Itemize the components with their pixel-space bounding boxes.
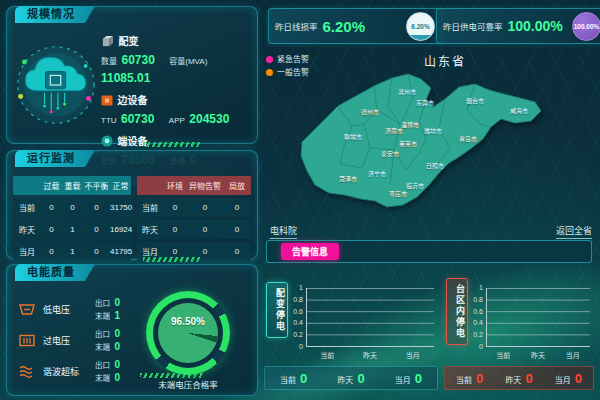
cell: 0	[163, 225, 187, 234]
stat-item: 当月0	[395, 369, 422, 387]
row-label: 昨天	[137, 224, 163, 235]
cell: 0	[83, 247, 110, 256]
col-header: 局放	[223, 180, 251, 191]
table-row: 当前 0 0 0	[137, 198, 251, 217]
y-tick: 1	[479, 284, 483, 291]
kv-label: 末端	[95, 343, 110, 352]
voltage-gauge: 96.50%	[146, 291, 230, 375]
x-tick: 当月	[406, 350, 420, 360]
y-tick: 0	[299, 343, 303, 350]
y-axis-ticks: 1 0.8 0.6 0.4 0.2 0	[284, 284, 303, 350]
y-tick: 0	[479, 343, 483, 350]
quality-item-over-voltage: 过电压 出口 0 末端 0	[19, 326, 149, 354]
chart-plot-area	[306, 288, 434, 347]
dashes-decoration	[143, 142, 201, 147]
map-city-label[interactable]: 菏泽市	[339, 174, 357, 183]
cell: 0	[83, 225, 110, 234]
gauge-value: 96.50%	[158, 316, 218, 327]
y-tick: 0.2	[293, 331, 303, 338]
map-city-label[interactable]: 济宁市	[368, 169, 386, 178]
map-city-label[interactable]: 潍坊市	[424, 126, 442, 135]
cell: 1	[62, 247, 83, 256]
col-header: 不平衡	[83, 180, 110, 191]
cell: 1	[62, 225, 83, 234]
back-to-province-button[interactable]: 返回全省	[556, 224, 592, 239]
kv-label: 末端	[95, 312, 110, 321]
y-tick: 0.4	[293, 319, 303, 326]
over-voltage-icon	[19, 334, 35, 347]
x-tick: 当前	[320, 350, 334, 360]
x-tick: 当前	[496, 350, 510, 360]
x-tick: 当月	[566, 350, 580, 360]
quality-items: 低电压 出口 0 末端 1 过电压 出口 0 末端 0	[19, 295, 149, 385]
cell: 0	[223, 203, 251, 212]
liquid-gauge-badge: 6.20%	[406, 12, 435, 41]
map-city-label[interactable]: 泰安市	[381, 149, 399, 158]
row-label: 当月	[13, 246, 41, 257]
map-city-label[interactable]: 青岛市	[459, 134, 477, 143]
shandong-map[interactable]: 滨州市 东营市 烟台市 威海市 德州市 济南市 淄博市 潍坊市 青岛市 聊城市 …	[282, 64, 572, 219]
quality-item-name: 谐波超标	[43, 365, 95, 378]
scale-k2: APP	[169, 116, 185, 125]
kpi-value: 100.00%	[508, 18, 572, 34]
map-city-label[interactable]: 临沂市	[406, 181, 424, 190]
kpi-label: 昨日线损率	[275, 20, 318, 32]
map-city-label[interactable]: 德州市	[361, 107, 379, 116]
cell: 0	[223, 225, 251, 234]
general-alarm-dot-icon	[266, 69, 273, 76]
y-tick: 0.2	[473, 331, 483, 338]
cell: 0	[163, 247, 187, 256]
scale-k2: 容量(MVA)	[169, 57, 207, 66]
scale-v1: 60730	[121, 112, 154, 126]
cell: 16924	[110, 225, 132, 234]
kv-value: 0	[114, 359, 120, 370]
cell: 31750	[110, 203, 132, 212]
purple-gauge-badge: 100.00%	[572, 12, 600, 41]
station-outage-chart: 台区内停电 1 0.8 0.6 0.4 0.2 0 当前 昨天 当月 当前0 昨…	[444, 272, 594, 394]
kv-label: 出口	[95, 330, 110, 339]
map-city-label[interactable]: 东营市	[416, 98, 434, 107]
row-label: 昨天	[13, 224, 41, 235]
row-label: 当前	[13, 202, 41, 213]
x-tick: 昨天	[531, 350, 545, 360]
low-voltage-icon	[19, 303, 35, 316]
terminal-device-icon	[101, 135, 113, 147]
quality-item-name: 过电压	[43, 334, 95, 347]
map-city-label[interactable]: 枣庄市	[389, 189, 407, 198]
table-row: 昨天 0 1 0 16924	[13, 220, 131, 239]
map-city-label[interactable]: 莱芜市	[399, 139, 417, 148]
col-header: 过载	[41, 180, 62, 191]
table-header-row: 环境 异物告警 局放	[137, 176, 251, 195]
quality-item-low-voltage: 低电压 出口 0 末端 1	[19, 295, 149, 323]
y-tick: 0.4	[473, 319, 483, 326]
monitor-panel-title: 运行监测	[15, 150, 95, 167]
col-header: 正常	[110, 180, 131, 191]
map-city-label[interactable]: 日照市	[426, 161, 444, 170]
quality-item-harmonic: 谐波超标 出口 0 末端 0	[19, 357, 149, 385]
cloud-chip-icon	[13, 35, 99, 135]
map-city-label[interactable]: 淄博市	[401, 120, 419, 129]
y-axis-ticks: 1 0.8 0.6 0.4 0.2 0	[464, 284, 483, 350]
transformer-outage-chart: 配变停电 1 0.8 0.6 0.4 0.2 0 当前 昨天 当月 当前0 昨天…	[264, 272, 438, 394]
map-city-label[interactable]: 烟台市	[466, 96, 484, 105]
scale-k1: 数量	[101, 57, 117, 66]
gauge-label: 末端电压合格率	[133, 378, 243, 390]
shandong-map-svg[interactable]	[282, 64, 572, 219]
scale-k1: TTU	[101, 116, 117, 125]
monitor-right-table: 环境 异物告警 局放 当前 0 0 0 昨天 0 0 0 当月 0 0 0	[137, 173, 251, 261]
scale-row-transformer: 配变 数量 60730 容量(MVA) 11085.01	[101, 31, 253, 86]
scale-v2: 11085.01	[101, 71, 150, 85]
kpi-supply-reliability: 昨日供电可靠率 100.00% 100.00%	[436, 8, 600, 44]
stat-item: 昨天0	[337, 369, 364, 387]
table-row: 当月 0 1 0 41795	[13, 242, 131, 261]
map-city-label[interactable]: 滨州市	[398, 87, 416, 96]
map-city-label[interactable]: 威海市	[510, 106, 528, 115]
quality-item-name: 低电压	[43, 303, 95, 316]
alarm-info-badge[interactable]: 告警信息	[281, 243, 339, 260]
org-button[interactable]: 电科院	[270, 224, 297, 239]
map-city-label[interactable]: 聊城市	[344, 132, 362, 141]
chart-plot-area	[486, 288, 590, 347]
scale-panel-title: 规模情况	[15, 6, 95, 23]
x-tick: 昨天	[363, 350, 377, 360]
kv-value: 0	[114, 341, 120, 352]
